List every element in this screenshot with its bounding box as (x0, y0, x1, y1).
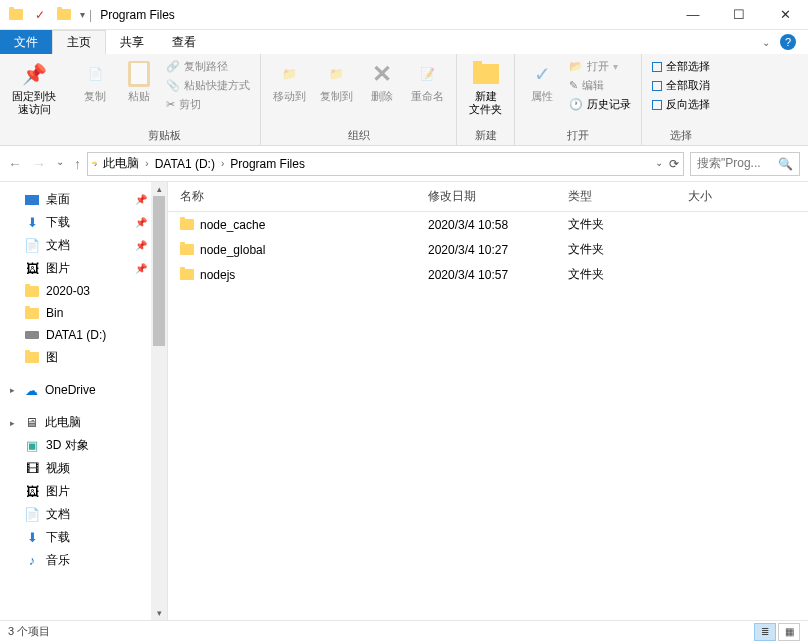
pin-icon: 📌 (135, 194, 147, 205)
file-row[interactable]: nodejs2020/3/4 10:57文件夹 (168, 262, 808, 287)
selectnone-button[interactable]: 全部取消 (650, 77, 712, 94)
maximize-button[interactable]: ☐ (716, 0, 762, 30)
sidebar-item[interactable]: 2020-03 (0, 280, 167, 302)
sidebar-item[interactable]: 🖼图片📌 (0, 257, 167, 280)
document-icon: 📄 (24, 238, 40, 254)
sidebar-item[interactable]: 图 (0, 346, 167, 369)
file-row[interactable]: node_global2020/3/4 10:27文件夹 (168, 237, 808, 262)
tab-home[interactable]: 主页 (52, 30, 106, 54)
qat-dropdown[interactable]: ▾ (80, 9, 85, 20)
sidebar-thispc[interactable]: 🖥此电脑 (0, 411, 167, 434)
sidebar-item[interactable]: 📄文档 (0, 503, 167, 526)
breadcrumb-pc[interactable]: 此电脑 (99, 155, 143, 172)
refresh-button[interactable]: ⟳ (669, 157, 679, 171)
tab-view[interactable]: 查看 (158, 30, 210, 54)
column-headers: 名称 修改日期 类型 大小 (168, 182, 808, 212)
breadcrumb-drive[interactable]: DATA1 (D:) (151, 157, 219, 171)
address-bar[interactable]: › 此电脑 › DATA1 (D:) › Program Files ⌄ ⟳ (87, 152, 684, 176)
newfolder-button[interactable]: 新建 文件夹 (465, 58, 506, 118)
moveto-button[interactable]: 📁 移动到 (269, 58, 310, 105)
chevron-right-icon[interactable]: › (221, 158, 224, 169)
sidebar-scrollbar[interactable]: ▴ ▾ (151, 182, 167, 620)
window-controls: — ☐ ✕ (670, 0, 808, 30)
chevron-right-icon[interactable]: › (145, 158, 148, 169)
view-large-button[interactable]: ▦ (778, 623, 800, 641)
open-button[interactable]: 📂打开▾ (567, 58, 633, 75)
scroll-up[interactable]: ▴ (151, 182, 167, 196)
copy-button[interactable]: 📄 复制 (76, 58, 114, 105)
sidebar-item[interactable]: ♪音乐 (0, 549, 167, 572)
col-date[interactable]: 修改日期 (428, 188, 568, 205)
copypath-button[interactable]: 🔗复制路径 (164, 58, 252, 75)
scissors-icon: ✂ (166, 98, 175, 111)
back-button[interactable]: ← (8, 156, 22, 172)
sidebar-item[interactable]: 🎞视频 (0, 457, 167, 480)
file-pane: 名称 修改日期 类型 大小 node_cache2020/3/4 10:58文件… (168, 182, 808, 620)
pin-quickaccess-button[interactable]: 📌 固定到快 速访问 (8, 58, 60, 118)
sidebar-item[interactable]: ⬇下载📌 (0, 211, 167, 234)
cut-button[interactable]: ✂剪切 (164, 96, 252, 113)
qat-item[interactable]: ✓ (32, 7, 48, 23)
pin-icon: 📌 (135, 240, 147, 251)
up-button[interactable]: ↑ (74, 156, 81, 172)
tab-file[interactable]: 文件 (0, 30, 52, 54)
scroll-down[interactable]: ▾ (151, 606, 167, 620)
paste-button[interactable]: 粘贴 (120, 58, 158, 105)
history-button[interactable]: 🕐历史记录 (567, 96, 633, 113)
download-icon: ⬇ (24, 215, 40, 231)
pictures-icon: 🖼 (24, 261, 40, 277)
delete-icon: ✕ (368, 60, 396, 88)
rename-button[interactable]: 📝 重命名 (407, 58, 448, 105)
newfolder-icon (472, 60, 500, 88)
invert-button[interactable]: 反向选择 (650, 96, 712, 113)
close-button[interactable]: ✕ (762, 0, 808, 30)
recent-dropdown[interactable]: ⌄ (56, 156, 64, 172)
chevron-right-icon[interactable]: › (94, 158, 97, 169)
sidebar-item[interactable]: DATA1 (D:) (0, 324, 167, 346)
open-group-label: 打开 (523, 126, 633, 143)
sidebar-item[interactable]: ▣3D 对象 (0, 434, 167, 457)
col-name[interactable]: 名称 (168, 188, 428, 205)
edit-button[interactable]: ✎编辑 (567, 77, 633, 94)
moveto-icon: 📁 (276, 60, 304, 88)
sidebar-item[interactable]: 🖼图片 (0, 480, 167, 503)
tab-share[interactable]: 共享 (106, 30, 158, 54)
paste-icon (125, 60, 153, 88)
forward-button[interactable]: → (32, 156, 46, 172)
pasteshortcut-button[interactable]: 📎粘贴快捷方式 (164, 77, 252, 94)
address-dropdown[interactable]: ⌄ (655, 157, 663, 171)
address-row: ← → ⌄ ↑ › 此电脑 › DATA1 (D:) › Program Fil… (0, 146, 808, 182)
breadcrumb-folder[interactable]: Program Files (226, 157, 309, 171)
sidebar-item[interactable]: ⬇下载 (0, 526, 167, 549)
delete-button[interactable]: ✕ 删除 (363, 58, 401, 105)
sidebar-onedrive[interactable]: ☁OneDrive (0, 379, 167, 401)
sidebar-item[interactable]: 桌面📌 (0, 188, 167, 211)
scroll-thumb[interactable] (153, 196, 165, 346)
search-input[interactable]: 搜索"Prog... 🔍 (690, 152, 800, 176)
sidebar-item[interactable]: Bin (0, 302, 167, 324)
properties-button[interactable]: ✓ 属性 (523, 58, 561, 105)
properties-icon: ✓ (528, 60, 556, 88)
col-type[interactable]: 类型 (568, 188, 688, 205)
minimize-button[interactable]: — (670, 0, 716, 30)
col-size[interactable]: 大小 (688, 188, 768, 205)
desktop-icon (24, 192, 40, 208)
separator: | (89, 8, 92, 22)
ribbon-tabs: 文件 主页 共享 查看 ⌄ ? (0, 30, 808, 54)
qat: ✓ ▾ (0, 7, 85, 23)
window-title: Program Files (100, 8, 175, 22)
pin-icon: 📌 (135, 263, 147, 274)
help-icon[interactable]: ? (780, 34, 796, 50)
item-count: 3 个项目 (8, 624, 50, 639)
file-row[interactable]: node_cache2020/3/4 10:58文件夹 (168, 212, 808, 237)
view-details-button[interactable]: ≣ (754, 623, 776, 641)
pin-icon: 📌 (20, 60, 48, 88)
copyto-button[interactable]: 📁 复制到 (316, 58, 357, 105)
ribbon-collapse[interactable]: ⌄ (762, 37, 770, 48)
drive-icon (24, 327, 40, 343)
selectall-button[interactable]: 全部选择 (650, 58, 712, 75)
selectnone-icon (652, 81, 662, 91)
video-icon: 🎞 (24, 461, 40, 477)
document-icon: 📄 (24, 507, 40, 523)
sidebar-item[interactable]: 📄文档📌 (0, 234, 167, 257)
